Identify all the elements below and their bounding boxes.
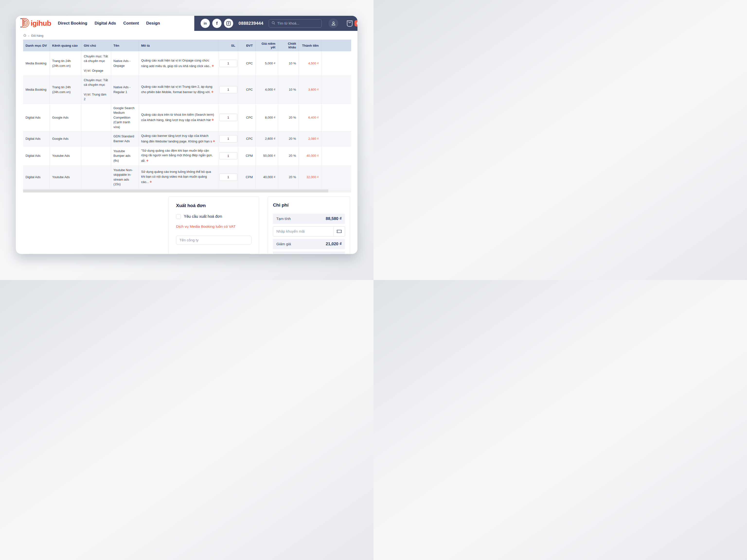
nav-content[interactable]: Content	[123, 21, 139, 26]
invoice-checkbox-label: Yêu cầu xuất hoá đơn	[184, 214, 222, 219]
quantity-input[interactable]	[219, 135, 237, 142]
cell-description: "Sử dụng quảng cáo đệm khi bạn muốn tiếp…	[138, 146, 218, 165]
zalo-icon[interactable]: Z	[224, 19, 233, 28]
cell-actions	[321, 104, 351, 132]
company-name-field[interactable]	[176, 236, 252, 245]
subtotal-label: Tạm tính	[276, 217, 290, 221]
top-bar: igihub Direct Booking Digital Ads Conten…	[16, 16, 357, 31]
cart-button[interactable]: 6	[345, 19, 357, 28]
tax-code-field[interactable]	[176, 254, 252, 254]
cell-total: 32,000 ₫	[299, 165, 321, 189]
col-description: Mô tả	[138, 39, 218, 51]
table-row: Digital Ads Youtube Ads Youtube Bumper a…	[23, 146, 351, 165]
cell-discount: 10 %	[278, 76, 299, 104]
shopping-bag-icon	[345, 19, 354, 28]
vat-note: Dịch vụ Media Booking luôn có VAT	[176, 224, 252, 229]
app-window: igihub Direct Booking Digital Ads Conten…	[16, 16, 357, 254]
cell-channel: Trang tin 24h (24h.com.vn)	[50, 51, 81, 76]
linkedin-icon[interactable]: in	[201, 19, 210, 28]
cell-category: Digital Ads	[23, 104, 50, 132]
col-category: Danh mục DV	[23, 39, 50, 51]
cell-list-price: 2,600 ₫	[255, 132, 278, 146]
home-icon[interactable]	[23, 33, 26, 38]
invoice-checkbox[interactable]	[176, 214, 181, 219]
nav-digital-ads[interactable]: Digital Ads	[95, 21, 116, 26]
cell-unit: CPC	[238, 104, 255, 132]
col-total: Thành tiền	[299, 39, 321, 51]
digihub-logo[interactable]: igihub	[20, 18, 51, 29]
cell-name: Native Ads - Onpage	[111, 51, 138, 76]
cell-discount: 20 %	[278, 104, 299, 132]
chevron-right-icon: ›	[28, 34, 29, 37]
header-left: igihub Direct Booking Digital Ads Conten…	[16, 16, 194, 31]
cell-description: Quảng cáo dựa trên từ khoá tìm kiếm (Sea…	[138, 104, 218, 132]
facebook-icon[interactable]: f	[212, 19, 222, 28]
discount-row: Giảm giá 21,020 ₫	[273, 239, 345, 249]
table-row: Media Booking Trang tin 24h (24h.com.vn)…	[23, 76, 351, 104]
expand-description-icon[interactable]: +	[213, 139, 215, 143]
invoice-request-row[interactable]: Yêu cầu xuất hoá đơn	[176, 214, 252, 219]
cell-quantity	[218, 76, 238, 104]
quantity-input[interactable]	[219, 60, 237, 67]
search-input[interactable]	[277, 21, 319, 25]
quantity-input[interactable]	[219, 86, 237, 93]
cell-discount: 20 %	[278, 165, 299, 189]
cell-discount: 20 %	[278, 132, 299, 146]
col-discount: Chiết khấu	[278, 39, 299, 51]
cell-name: Youtube Non-skippable in-stream ads (15s…	[111, 165, 138, 189]
page-content: › Giỏ hàng Danh mục DV Kênh quảng cáo Gh…	[16, 31, 357, 254]
account-button[interactable]	[329, 19, 338, 28]
cell-category: Digital Ads	[23, 146, 50, 165]
apply-promo-button[interactable]	[334, 226, 345, 236]
cell-category: Media Booking	[23, 76, 50, 104]
cell-list-price: 4,000 ₫	[255, 76, 278, 104]
cell-description: Sử dụng quảng cáo trong luồng không thể …	[138, 165, 218, 189]
cell-discount: 10 %	[278, 51, 299, 76]
col-quantity: SL	[218, 39, 238, 51]
table-header-row: Danh mục DV Kênh quảng cáo Ghi chú Tên M…	[23, 39, 351, 51]
cell-channel: Youtube Ads	[50, 146, 81, 165]
cell-quantity	[218, 146, 238, 165]
subtotal-row: Tạm tính 88,580 ₫	[273, 214, 345, 224]
nav-design[interactable]: Design	[146, 21, 160, 26]
col-note: Ghi chú	[81, 39, 111, 51]
col-list-price: Giá niêm yết	[255, 39, 278, 51]
col-channel: Kênh quảng cáo	[50, 39, 81, 51]
discount-label: Giảm giá	[276, 242, 291, 246]
breadcrumb: › Giỏ hàng	[23, 31, 350, 39]
scrollbar-thumb[interactable]	[23, 189, 328, 192]
expand-description-icon[interactable]: +	[211, 64, 214, 68]
cell-channel: Youtube Ads	[50, 165, 81, 189]
quantity-input[interactable]	[219, 174, 237, 181]
cell-quantity	[218, 104, 238, 132]
expand-description-icon[interactable]: +	[211, 90, 213, 94]
cell-channel: Google Ads	[50, 132, 81, 146]
cell-category: Digital Ads	[23, 165, 50, 189]
cost-title: Chi phí	[273, 203, 345, 208]
expand-description-icon[interactable]: +	[146, 158, 149, 163]
cost-panel: Chi phí Tạm tính 88,580 ₫ Giảm giá	[268, 196, 350, 254]
horizontal-scrollbar[interactable]	[23, 189, 351, 192]
header-right: in f Z 0888239444	[194, 16, 357, 31]
col-actions	[321, 39, 351, 51]
cell-description: Quảng cáo xuất hiện tại vị trí Trung tâm…	[138, 76, 218, 104]
quantity-input[interactable]	[219, 114, 237, 121]
phone-number[interactable]: 0888239444	[238, 21, 263, 26]
nav-direct-booking[interactable]: Direct Booking	[58, 21, 87, 26]
subtotal-value: 88,580 ₫	[326, 216, 342, 221]
cell-list-price: 5,000 ₫	[255, 51, 278, 76]
table-row: Digital Ads Google Ads GDN Standard Bann…	[23, 132, 351, 146]
cart-count-badge: 6	[355, 20, 357, 26]
expand-description-icon[interactable]: +	[150, 180, 152, 184]
breadcrumb-current: Giỏ hàng	[31, 34, 44, 37]
expand-description-icon[interactable]: +	[211, 118, 214, 122]
cell-note	[81, 165, 111, 189]
cell-note	[81, 104, 111, 132]
promo-code-input[interactable]	[273, 229, 333, 233]
cell-unit: CPM	[238, 146, 255, 165]
cell-unit: CPM	[238, 165, 255, 189]
cell-channel: Google Ads	[50, 104, 81, 132]
logo-wordmark: igihub	[31, 19, 51, 27]
cell-total: 6,400 ₫	[299, 104, 321, 132]
quantity-input[interactable]	[219, 152, 237, 159]
